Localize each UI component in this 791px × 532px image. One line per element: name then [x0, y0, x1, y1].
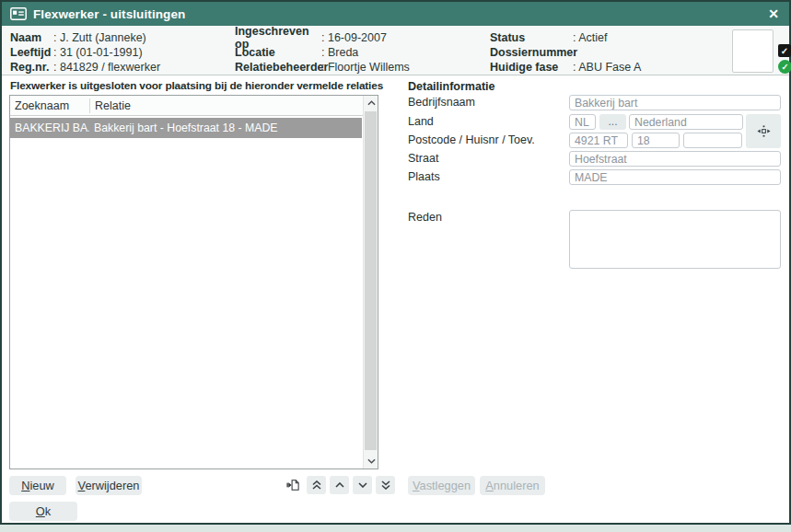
info-column-1: NaamJ. Zutt (Janneke) Leeftijd31 (01-01-…	[10, 30, 160, 75]
reden-label: Reden	[408, 210, 442, 226]
scrollbar-thumb[interactable]	[365, 111, 377, 450]
move-last-button[interactable]	[376, 476, 395, 494]
move-crosshair-icon	[756, 123, 772, 139]
ingeschreven-value: 16-09-2007	[321, 31, 387, 44]
close-icon[interactable]: ✕	[764, 5, 783, 23]
column-header-relatie[interactable]: Relatie	[90, 99, 362, 112]
leeftijd-label: Leeftijd	[10, 46, 53, 59]
relatiebeheerder-value: Floortje Willems	[321, 61, 410, 74]
leeftijd-value: 31 (01-01-1991)	[53, 46, 143, 59]
dialog-title: Flexwerker - uitsluitingen	[33, 7, 185, 21]
move-first-button[interactable]	[307, 476, 326, 494]
ok-button[interactable]: Ok	[9, 502, 77, 521]
dossiernummer-label: Dossiernummer	[490, 46, 573, 59]
double-chevron-down-icon	[381, 480, 390, 490]
huisnr-field[interactable]	[632, 133, 680, 148]
bedrijfsnaam-label: Bedrijfsnaam	[408, 95, 475, 110]
chevron-down-icon	[358, 482, 367, 488]
land-naam-field[interactable]	[629, 114, 743, 130]
person-info-header: NaamJ. Zutt (Janneke) Leeftijd31 (01-01-…	[2, 26, 789, 75]
huidige-fase-label: Huidige fase	[490, 61, 573, 74]
list-header-row: Zoeknaam Relatie	[10, 96, 378, 116]
exclusion-list-caption: Flexwerker is uitgesloten voor plaatsing…	[10, 79, 383, 92]
title-bar[interactable]: Flexwerker - uitsluitingen ✕	[2, 2, 789, 26]
info-column-2: Ingeschreven op16-09-2007 LocatieBreda R…	[235, 30, 410, 75]
huidige-fase-value: ABU Fase A	[573, 61, 641, 74]
chevron-up-icon	[335, 482, 344, 488]
vastleggen-button[interactable]: Vastleggen	[408, 476, 475, 495]
reden-field[interactable]	[569, 210, 781, 269]
double-chevron-up-icon	[312, 480, 321, 490]
move-up-button[interactable]	[330, 476, 349, 494]
regnr-label: Reg.nr.	[10, 61, 53, 74]
move-down-button[interactable]	[353, 476, 372, 494]
status-value: Actief	[573, 31, 608, 44]
vertical-scrollbar[interactable]	[363, 96, 378, 468]
document-arrow-icon	[286, 479, 300, 492]
list-item[interactable]: BAKKERIJ BA... Bakkerij bart - Hoefstraa…	[10, 118, 362, 138]
exclusion-list: Zoeknaam Relatie BAKKERIJ BA... Bakkerij…	[9, 95, 378, 469]
postcode-label: Postcode / Huisnr / Toev.	[408, 133, 535, 148]
naam-label: Naam	[10, 31, 53, 44]
land-browse-button[interactable]: ...	[599, 114, 626, 130]
annuleren-button[interactable]: Annuleren	[480, 476, 545, 495]
straat-label: Straat	[408, 151, 438, 167]
id-card-icon	[10, 7, 27, 20]
detail-heading: Detailinformatie	[408, 80, 494, 93]
bedrijfsnaam-field[interactable]	[569, 95, 781, 110]
locatie-label: Locatie	[235, 46, 321, 59]
toevoeging-field[interactable]	[683, 133, 742, 148]
scroll-down-icon[interactable]	[364, 454, 378, 468]
dossiernummer-value	[573, 46, 579, 59]
goto-record-button[interactable]	[284, 476, 303, 494]
nieuw-button[interactable]: Nieuw	[9, 476, 66, 495]
land-label: Land	[408, 114, 434, 130]
relatiebeheerder-label: Relatiebeheerder	[235, 61, 321, 74]
plaats-label: Plaats	[408, 169, 440, 185]
scroll-up-icon[interactable]	[364, 96, 378, 110]
checked-checkbox-icon[interactable]: ✓	[778, 44, 791, 57]
naam-value: J. Zutt (Janneke)	[53, 31, 146, 44]
regnr-value: 841829 / flexwerker	[53, 61, 160, 74]
postcode-field[interactable]	[569, 133, 628, 148]
map-locate-button[interactable]	[746, 114, 781, 148]
land-code-field[interactable]	[569, 114, 596, 130]
cell-relatie: Bakkerij bart - Hoefstraat 18 - MADE	[89, 121, 362, 134]
cell-zoeknaam: BAKKERIJ BA...	[10, 121, 89, 134]
column-header-zoeknaam[interactable]: Zoeknaam	[10, 99, 89, 112]
straat-field[interactable]	[569, 151, 781, 167]
green-check-status-icon: ✓	[778, 60, 791, 74]
plaats-field[interactable]	[569, 169, 781, 185]
info-column-3: StatusActief Dossiernummer Huidige faseA…	[490, 30, 641, 75]
verwijderen-button[interactable]: Verwijderen	[76, 476, 142, 495]
photo-placeholder	[732, 29, 774, 73]
locatie-value: Breda	[321, 46, 358, 59]
flexwerker-uitsluitingen-dialog: Flexwerker - uitsluitingen ✕ NaamJ. Zutt…	[0, 0, 791, 525]
status-label: Status	[490, 31, 573, 44]
